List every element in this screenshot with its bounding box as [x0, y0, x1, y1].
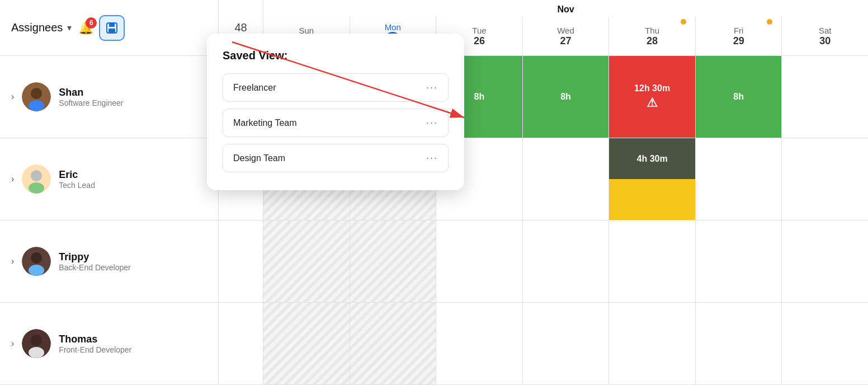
day-cells	[263, 303, 868, 384]
app-container: Assignees ▾ 🔔 6 48 Nov Sun24Mon25Tue26We…	[0, 0, 868, 385]
chevron-down-icon: ▾	[67, 22, 72, 33]
view-item-name: Marketing Team	[233, 118, 297, 128]
day-cell	[608, 220, 695, 302]
save-view-button[interactable]	[99, 15, 125, 41]
day-cell	[781, 303, 868, 384]
day-name-mon: Mon	[385, 22, 401, 32]
cell-label: 12h 30m	[634, 83, 670, 93]
avatar	[22, 82, 51, 111]
cell-label: 8h	[474, 92, 485, 102]
view-items-container: Freelancer···Marketing Team···Design Tea…	[223, 73, 449, 172]
person-name: Eric	[59, 169, 95, 181]
person-role: Back-End Developer	[59, 263, 130, 272]
day-cell	[608, 303, 695, 384]
day-name-tue: Tue	[472, 26, 486, 35]
person-name: Trippy	[59, 251, 130, 263]
person-name-block: EricTech Lead	[59, 169, 95, 190]
split-cell: 4h 30m	[608, 138, 695, 220]
week-cell	[218, 220, 263, 302]
person-name: Thomas	[59, 334, 131, 345]
person-role: Tech Lead	[59, 181, 95, 190]
svg-point-13	[31, 335, 42, 346]
svg-point-14	[29, 347, 44, 358]
day-num-28: 28	[647, 35, 658, 47]
svg-point-7	[31, 170, 42, 181]
assignees-label: Assignees	[11, 21, 63, 34]
week-number: 48	[234, 21, 247, 34]
assignees-column: Assignees ▾ 🔔 6	[0, 0, 218, 55]
day-num-30: 30	[819, 35, 831, 47]
person-info-thomas: ›ThomasFront-End Developer	[0, 303, 218, 384]
week-cell	[218, 303, 263, 384]
day-name-sat: Sat	[819, 26, 832, 35]
split-top: 4h 30m	[609, 138, 695, 179]
day-col-fri: Fri29	[695, 17, 782, 55]
day-cell	[522, 303, 609, 384]
day-num-27: 27	[560, 35, 572, 47]
expand-button[interactable]: ›	[11, 256, 14, 266]
avatar	[22, 165, 51, 194]
more-options-button[interactable]: ···	[426, 152, 438, 164]
popup-title: Saved View:	[223, 49, 449, 62]
day-cell	[522, 138, 609, 220]
svg-point-10	[31, 252, 42, 264]
person-info-shan: ›ShanSoftware Engineer	[0, 56, 218, 138]
svg-point-11	[29, 265, 44, 276]
person-info-eric: ›EricTech Lead	[0, 138, 218, 220]
notification-badge: 6	[86, 17, 97, 29]
day-cell: 8h	[695, 56, 782, 138]
svg-point-5	[29, 100, 44, 111]
day-cell	[263, 303, 350, 384]
day-cell	[350, 220, 436, 302]
view-item[interactable]: Marketing Team···	[223, 109, 449, 137]
day-num-29: 29	[733, 35, 744, 47]
day-cell: 8h	[522, 56, 609, 138]
day-cell	[695, 138, 782, 220]
day-cell	[781, 56, 868, 138]
person-row: ›ThomasFront-End Developer	[0, 303, 868, 385]
expand-button[interactable]: ›	[11, 92, 14, 102]
holiday-dot	[767, 19, 772, 25]
svg-rect-2	[108, 29, 115, 32]
day-cell	[781, 138, 868, 220]
day-cells	[263, 220, 868, 302]
svg-point-4	[31, 88, 42, 99]
view-item-name: Freelancer	[233, 83, 276, 93]
day-cell	[436, 303, 522, 384]
cell-label: 8h	[733, 92, 744, 102]
day-cell	[350, 303, 436, 384]
expand-button[interactable]: ›	[11, 174, 14, 184]
more-options-button[interactable]: ···	[426, 117, 438, 129]
saved-view-popup[interactable]: Saved View: Freelancer···Marketing Team·…	[207, 34, 464, 190]
day-cell	[695, 220, 782, 302]
expand-button[interactable]: ›	[11, 339, 14, 349]
day-col-thu: Thu28	[608, 17, 695, 55]
svg-rect-1	[109, 23, 115, 27]
view-item[interactable]: Freelancer···	[223, 73, 449, 102]
notification-wrapper: 🔔 6	[78, 21, 93, 35]
more-options-button[interactable]: ···	[426, 82, 438, 93]
svg-point-8	[29, 182, 44, 194]
person-name: Shan	[59, 87, 123, 98]
day-col-wed: Wed27	[522, 17, 609, 55]
view-item-name: Design Team	[233, 153, 285, 163]
person-name-block: ShanSoftware Engineer	[59, 87, 123, 107]
day-cell: 12h 30m⚠	[608, 56, 695, 138]
month-label: Nov	[263, 0, 868, 17]
view-item[interactable]: Design Team···	[223, 144, 449, 172]
day-name-wed: Wed	[557, 26, 574, 35]
assignees-button[interactable]: Assignees ▾	[11, 21, 72, 34]
split-bottom	[609, 179, 695, 220]
person-name-block: ThomasFront-End Developer	[59, 334, 131, 354]
day-name-fri: Fri	[734, 26, 744, 35]
day-cell	[436, 220, 522, 302]
avatar	[22, 329, 51, 358]
person-role: Front-End Developer	[59, 345, 131, 354]
day-num-26: 26	[474, 35, 485, 47]
day-cell	[522, 220, 609, 302]
day-cell	[695, 303, 782, 384]
person-info-trippy: ›TrippyBack-End Developer	[0, 220, 218, 302]
person-name-block: TrippyBack-End Developer	[59, 251, 130, 272]
person-row: ›TrippyBack-End Developer	[0, 220, 868, 303]
person-role: Software Engineer	[59, 98, 123, 107]
